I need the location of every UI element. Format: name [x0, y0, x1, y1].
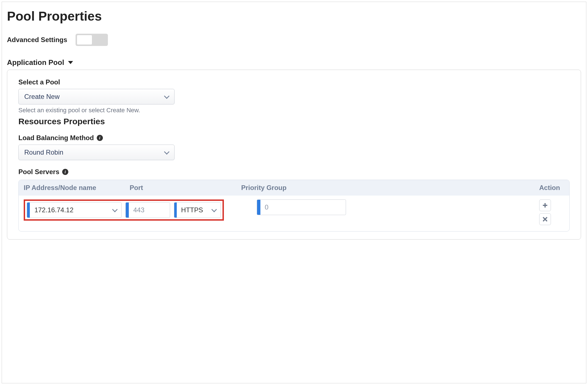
- col-header-priority: Priority Group: [241, 184, 539, 192]
- select-pool-help: Select an existing pool or select Create…: [18, 107, 570, 114]
- load-balancing-label: Load Balancing Method i: [18, 134, 570, 142]
- select-pool-label: Select a Pool: [18, 78, 570, 86]
- application-pool-section-header[interactable]: Application Pool: [7, 58, 581, 67]
- plus-icon: [543, 203, 547, 208]
- priority-cell: [241, 199, 539, 215]
- table-row: [19, 196, 569, 231]
- ip-address-field[interactable]: [27, 202, 122, 218]
- highlighted-cells: [24, 199, 241, 221]
- select-pool-dropdown[interactable]: Create New: [18, 89, 175, 104]
- advanced-settings-label: Advanced Settings: [7, 36, 67, 44]
- add-row-button[interactable]: [539, 199, 551, 211]
- pool-servers-table-head: IP Address/Node name Port Priority Group…: [19, 180, 569, 196]
- priority-input[interactable]: [260, 200, 346, 215]
- port-input[interactable]: [129, 203, 170, 218]
- chevron-down-icon: [211, 207, 217, 212]
- accent-bar: [174, 203, 177, 218]
- protocol-value[interactable]: [177, 203, 212, 218]
- ip-address-input[interactable]: [30, 203, 113, 218]
- highlight-box: [24, 199, 224, 221]
- x-icon: [543, 217, 548, 222]
- pool-properties-panel: Pool Properties Advanced Settings Applic…: [2, 2, 586, 383]
- port-field[interactable]: [125, 202, 170, 218]
- col-header-port: Port: [130, 184, 241, 192]
- pool-servers-label: Pool Servers i: [18, 168, 570, 176]
- select-pool-value: Create New: [24, 93, 60, 101]
- chevron-down-icon: [112, 207, 118, 212]
- load-balancing-dropdown[interactable]: Round Robin: [18, 145, 175, 160]
- remove-row-button[interactable]: [539, 213, 551, 225]
- action-cell: [539, 199, 564, 225]
- load-balancing-block: Load Balancing Method i Round Robin: [18, 134, 570, 160]
- pool-servers-label-text: Pool Servers: [18, 168, 59, 176]
- advanced-settings-toggle[interactable]: [76, 34, 108, 46]
- caret-down-icon: [68, 61, 73, 64]
- load-balancing-value: Round Robin: [24, 148, 63, 156]
- priority-field[interactable]: [257, 199, 346, 215]
- accent-bar: [257, 200, 260, 215]
- action-buttons: [539, 199, 551, 225]
- pool-servers-block: Pool Servers i: [18, 168, 570, 176]
- page-title: Pool Properties: [7, 9, 581, 24]
- load-balancing-label-text: Load Balancing Method: [18, 134, 94, 142]
- col-header-ip: IP Address/Node name: [24, 184, 130, 192]
- info-icon[interactable]: i: [62, 169, 68, 175]
- advanced-settings-row: Advanced Settings: [7, 34, 581, 46]
- section-title: Application Pool: [7, 58, 64, 67]
- chevron-down-icon: [164, 149, 170, 155]
- info-icon[interactable]: i: [97, 135, 103, 141]
- select-pool-block: Select a Pool Create New Select an exist…: [18, 78, 570, 114]
- resources-properties-title: Resources Properties: [18, 117, 570, 126]
- chevron-down-icon: [164, 93, 170, 99]
- toggle-knob: [77, 35, 92, 45]
- application-pool-panel: Select a Pool Create New Select an exist…: [7, 70, 581, 240]
- pool-servers-table: IP Address/Node name Port Priority Group…: [18, 180, 570, 232]
- col-header-action: Action: [539, 184, 564, 192]
- accent-bar: [126, 203, 129, 218]
- protocol-field[interactable]: [174, 202, 221, 218]
- accent-bar: [27, 203, 30, 218]
